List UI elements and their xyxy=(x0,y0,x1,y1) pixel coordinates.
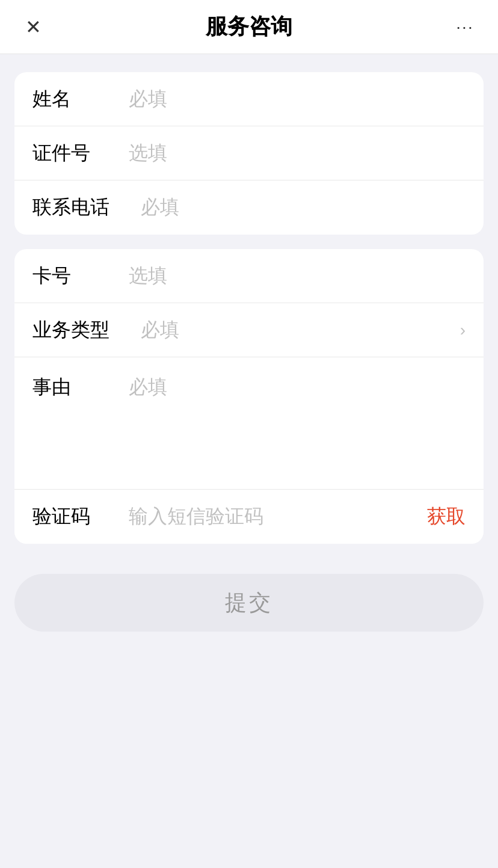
phone-row: 联系电话 必填 xyxy=(14,180,484,235)
get-code-button[interactable]: 获取 xyxy=(427,503,466,530)
phone-placeholder: 必填 xyxy=(141,194,179,221)
more-button[interactable]: ··· xyxy=(450,12,480,42)
id-number-row: 证件号 选填 xyxy=(14,126,484,180)
section-1-card: 姓名 必填 证件号 选填 联系电话 必填 xyxy=(14,72,484,235)
verification-input-area[interactable]: 输入短信验证码 获取 xyxy=(129,503,466,530)
business-type-row[interactable]: 业务类型 必填 › xyxy=(14,303,484,357)
id-number-input-area[interactable]: 选填 xyxy=(129,140,466,167)
card-number-placeholder: 选填 xyxy=(129,263,167,289)
form-content: 姓名 必填 证件号 选填 联系电话 必填 卡号 选填 业务类型 xyxy=(0,54,498,562)
more-icon: ··· xyxy=(456,17,473,37)
card-number-input-area[interactable]: 选填 xyxy=(129,263,466,289)
verification-row: 验证码 输入短信验证码 获取 xyxy=(14,490,484,544)
page-title: 服务咨询 xyxy=(206,12,292,42)
close-button[interactable]: ✕ xyxy=(18,12,48,42)
close-icon: ✕ xyxy=(25,16,42,38)
verification-label: 验证码 xyxy=(32,503,129,530)
verification-placeholder: 输入短信验证码 xyxy=(129,503,263,530)
submit-section: 提交 xyxy=(0,562,498,656)
reason-input-area[interactable]: 必填 xyxy=(129,374,466,401)
section-2-card: 卡号 选填 业务类型 必填 › 事由 必填 验证码 输入短信验证码 获取 xyxy=(14,249,484,544)
reason-placeholder: 必填 xyxy=(129,374,167,401)
business-type-input-area[interactable]: 必填 › xyxy=(141,317,466,343)
phone-label: 联系电话 xyxy=(32,194,141,221)
chevron-right-icon: › xyxy=(460,321,466,340)
header: ✕ 服务咨询 ··· xyxy=(0,0,498,54)
name-row: 姓名 必填 xyxy=(14,72,484,126)
name-placeholder: 必填 xyxy=(129,86,167,112)
card-number-row: 卡号 选填 xyxy=(14,249,484,303)
submit-button[interactable]: 提交 xyxy=(14,574,484,632)
name-label: 姓名 xyxy=(32,86,129,112)
phone-input-area[interactable]: 必填 xyxy=(141,194,466,221)
card-number-label: 卡号 xyxy=(32,263,129,289)
id-number-placeholder: 选填 xyxy=(129,140,167,167)
reason-label: 事由 xyxy=(32,374,129,401)
reason-row: 事由 必填 xyxy=(14,357,484,490)
id-number-label: 证件号 xyxy=(32,140,129,167)
business-type-label: 业务类型 xyxy=(32,317,141,343)
business-type-placeholder: 必填 xyxy=(141,317,179,343)
name-input-area[interactable]: 必填 xyxy=(129,86,466,112)
